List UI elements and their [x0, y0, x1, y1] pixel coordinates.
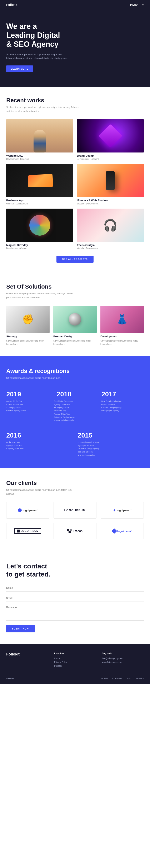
- nav-right: MENU ≡: [130, 2, 144, 7]
- diamond-icon: [112, 529, 117, 534]
- svg-rect-1: [70, 529, 72, 531]
- work-title-3: Business App: [6, 199, 73, 202]
- solutions-subtitle: Proident sunt culpa qui officia deserunt…: [6, 292, 79, 299]
- work-title-1: Website Dev.: [6, 154, 73, 157]
- solution-dev-desc: Sit voluptatem accusantium dolore muey l…: [100, 339, 144, 346]
- menu-label[interactable]: MENU: [130, 3, 138, 6]
- svg-rect-0: [67, 529, 69, 531]
- recent-works-section: Recent works Scribventur varet per cu di…: [0, 87, 150, 273]
- solution-dev-title: Development: [100, 335, 144, 338]
- client-logo-circle-icon: [18, 508, 22, 512]
- work-title-4: iPhone XS With Shadow: [77, 199, 144, 202]
- footer-brand-name: Foliokit: [6, 652, 48, 656]
- footer-location-heading: Location: [54, 652, 96, 655]
- clients-section: Our clients Sit voluptatem accusantium d…: [0, 468, 150, 551]
- footer-email[interactable]: info@folioagency.com: [102, 657, 144, 660]
- geo-icon: [67, 529, 72, 533]
- footer-brand-col: Foliokit: [6, 652, 48, 668]
- recent-works-subtitle: Scribventur varet per cu dicat copiosae …: [6, 105, 79, 113]
- solutions-section: Set Of Solutions Proident sunt culpa qui…: [0, 273, 150, 356]
- client-card-4: LOGO IPSUM: [6, 523, 49, 539]
- work-title-5: Magical Birthday: [6, 244, 73, 247]
- solution-product-title: Product Design: [53, 335, 97, 338]
- client-logo-5: LOGO: [67, 529, 83, 533]
- clients-title: Our clients: [6, 480, 144, 486]
- clients-subtitle: Sit voluptatem accusantium dolore muey l…: [6, 488, 79, 496]
- message-input[interactable]: [6, 604, 144, 621]
- hero-description: Scribventur varet per cu dicat copiosae …: [6, 53, 69, 60]
- client-logo-2: LOGO IPSUM: [64, 509, 85, 512]
- footer-website[interactable]: www.folioagency.com: [102, 660, 144, 664]
- footer-link-careers[interactable]: CAREERS: [134, 678, 144, 680]
- footer-link-rights[interactable]: ALL RIGHTS: [111, 678, 122, 680]
- clients-grid: logoipsum° LOGO IPSUM ✦ logoipsum° LOGO …: [6, 502, 144, 539]
- solution-strategy-desc: Sit voluptatem accusantium dolore muey l…: [6, 339, 50, 346]
- client-logo-4: LOGO IPSUM: [15, 528, 41, 534]
- work-tags-2: Development · Branding: [77, 158, 144, 160]
- solutions-grid: ✊ Strategy Sit voluptatem accusantium do…: [6, 306, 144, 346]
- footer: Foliokit Location Contact Privacy Policy…: [0, 644, 150, 684]
- work-item-birthday[interactable]: Magical Birthday Development · Create: [6, 209, 73, 249]
- award-2016: 2016 Of the 2016 SiteAgency Of the Best5…: [6, 432, 73, 457]
- awards-row1: 2019 Agency Of the Year5 Great Awards Si…: [6, 391, 144, 422]
- menu-icon[interactable]: ≡: [142, 2, 144, 7]
- footer-location-col: Location Contact Privacy Policy Projects: [54, 652, 96, 668]
- client-logo-3: ✦ logoipsum°: [113, 508, 131, 512]
- client-card-1: logoipsum°: [6, 502, 49, 519]
- footer-link-contact[interactable]: Contact: [54, 657, 96, 660]
- hero-section: We are a Leading Digital & SEO Agency Sc…: [0, 9, 150, 87]
- woman-icon: 👗: [116, 314, 128, 325]
- work-item-website[interactable]: Website Dev. Development · Selection: [6, 119, 73, 160]
- footer-link-projects[interactable]: Projects: [54, 664, 96, 668]
- solution-strategy: ✊ Strategy Sit voluptatem accusantium do…: [6, 306, 50, 346]
- name-input[interactable]: [6, 584, 144, 592]
- contact-form: SUBMIT NOW: [6, 584, 144, 632]
- nav-logo[interactable]: Foliokit: [6, 3, 17, 6]
- work-item-business[interactable]: Business App Website · Development: [6, 164, 73, 205]
- awards-subtitle: Sit voluptatem accusantium dolore muey l…: [6, 376, 79, 380]
- awards-title: Awards & recognitions: [6, 368, 144, 374]
- footer-link-legal[interactable]: LEGAL: [125, 678, 131, 680]
- footer-grid: Foliokit Location Contact Privacy Policy…: [6, 652, 144, 668]
- submit-button[interactable]: SUBMIT NOW: [6, 625, 35, 632]
- fist-icon: ✊: [22, 314, 34, 325]
- works-grid: Website Dev. Development · Selection Bra…: [6, 119, 144, 249]
- work-tags-3: Website · Development: [6, 203, 73, 205]
- award-2019: 2019 Agency Of the Year5 Great Awards Si…: [6, 391, 49, 422]
- see-all-button[interactable]: SEE ALL PROJECTS: [56, 256, 94, 262]
- award-2017: 2017 Best Creative AnimationOne Of the B…: [101, 391, 144, 422]
- footer-link-cookies[interactable]: COOKIES: [100, 678, 108, 680]
- awards-section: Awards & recognitions Sit voluptatem acc…: [0, 356, 150, 468]
- award-year-2017: 2017: [101, 391, 144, 398]
- contact-section: Let's contact to get started. SUBMIT NOW: [0, 551, 150, 644]
- work-title-2: Brand Design: [77, 154, 144, 157]
- award-year-2019: 2019: [6, 391, 49, 398]
- work-item-iphone[interactable]: iPhone XS With Shadow Website · Developm…: [77, 164, 144, 205]
- footer-sayhello-heading: Say Hello: [102, 652, 144, 655]
- work-tags-6: Website · Development: [77, 247, 144, 249]
- work-item-brand[interactable]: Brand Design Development · Branding: [77, 119, 144, 160]
- solution-product-desc: Sit voluptatem accusantium dolore muey l…: [53, 339, 97, 346]
- headphone-icon: 🎧: [103, 219, 118, 232]
- client-card-6: logoipsum°: [101, 523, 144, 539]
- work-tags-4: Website · Development: [77, 203, 144, 205]
- footer-contact-col: Say Hello info@folioagency.com www.folio…: [102, 652, 144, 668]
- email-input[interactable]: [6, 594, 144, 601]
- solution-strategy-title: Strategy: [6, 335, 50, 338]
- solution-development: 👗 Development Sit voluptatem accusantium…: [100, 306, 144, 346]
- footer-links: COOKIES ALL RIGHTS LEGAL CAREERS: [100, 678, 144, 680]
- svg-rect-2: [69, 531, 71, 533]
- award-2018: 2018 Best Digital ExperienceAgency Of th…: [54, 391, 96, 422]
- footer-bottom: © Foliokit COOKIES ALL RIGHTS LEGAL CARE…: [6, 674, 144, 680]
- footer-link-privacy[interactable]: Privacy Policy: [54, 660, 96, 664]
- recent-works-title: Recent works: [6, 97, 144, 104]
- client-logo-6: logoipsum°: [112, 529, 132, 533]
- contact-title: Let's contact to get started.: [6, 562, 144, 578]
- footer-copyright: © Foliokit: [6, 678, 14, 680]
- client-card-3: ✦ logoipsum°: [101, 502, 144, 519]
- work-item-nostalgia[interactable]: 🎧 The Nostalgia Website · Development: [77, 209, 144, 249]
- work-tags-1: Development · Selection: [6, 158, 73, 160]
- award-year-2018: 2018: [54, 391, 96, 398]
- hero-title: We are a Leading Digital & SEO Agency: [6, 22, 144, 49]
- learn-more-button[interactable]: LEARN MORE: [6, 65, 33, 72]
